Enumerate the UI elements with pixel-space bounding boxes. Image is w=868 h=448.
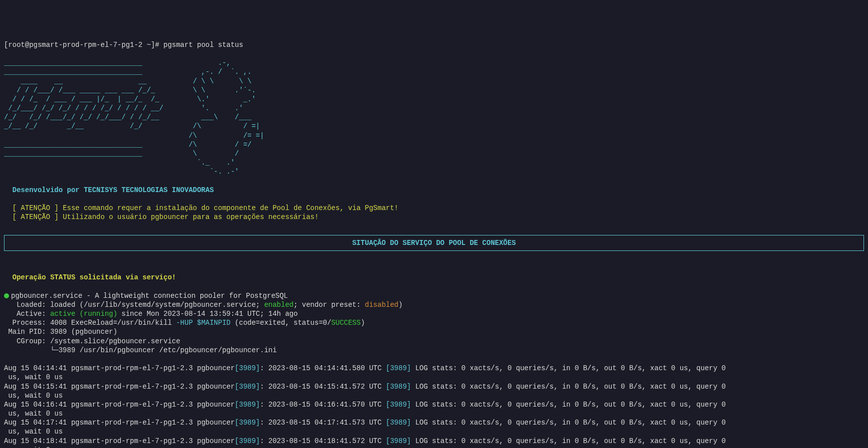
section-title-box: SITUAÇÃO DO SERVIÇO DO POOL DE CONEXÕES bbox=[4, 235, 864, 251]
process-hup: -HUP bbox=[176, 319, 197, 327]
status-requested-line: Operação STATUS solicitada via serviço! bbox=[12, 273, 176, 281]
process-mid: (code= bbox=[231, 319, 260, 327]
log-ts: Aug 15 04:16:41 bbox=[4, 401, 67, 409]
log-utc: : 2023-08-15 04:16:41.570 UTC bbox=[260, 401, 386, 409]
log-utc: : 2023-08-15 04:15:41.572 UTC bbox=[260, 383, 386, 391]
loaded-post: ) bbox=[399, 301, 403, 309]
service-status-block: Operação STATUS solicitada via serviço! … bbox=[4, 264, 864, 448]
active-label: active (running) bbox=[50, 310, 117, 318]
process-success: SUCCESS bbox=[331, 319, 361, 327]
log-ts: Aug 15 04:14:41 bbox=[4, 364, 67, 372]
process-mainpid-var: $MAINPID bbox=[197, 319, 230, 327]
log-pid-bracket-2: [3989] bbox=[386, 437, 411, 445]
log-pid-bracket: [3989] bbox=[235, 401, 260, 409]
log-lines-block: Aug 15 04:14:41 pgsmart-prod-rpm-el-7-pg… bbox=[4, 364, 864, 448]
log-utc: : 2023-08-15 04:14:41.580 UTC bbox=[260, 364, 386, 372]
log-pid-bracket: [3989] bbox=[235, 419, 260, 427]
log-pid-bracket-2: [3989] bbox=[386, 419, 411, 427]
main-pid-line: Main PID: 3989 (pgbouncer) bbox=[4, 328, 117, 336]
developer-credit: Desenvolvido por TECNISYS TECNOLOGIAS IN… bbox=[12, 186, 214, 194]
warn-msg-2: Utilizando o usuário pgbouncer para as o… bbox=[63, 213, 319, 221]
terminal-output: [root@pgsmart-prod-rpm-el-7-pg1-2 ~]# pg… bbox=[4, 40, 864, 222]
enabled-label: enabled bbox=[264, 301, 294, 309]
shell-prompt: [root@pgsmart-prod-rpm-el-7-pg1-2 ~]# bbox=[4, 41, 163, 49]
log-pid-bracket-2: [3989] bbox=[386, 401, 411, 409]
process-exited: exited bbox=[260, 319, 285, 327]
log-utc: : 2023-08-15 04:18:41.572 UTC bbox=[260, 437, 386, 445]
log-host: pgsmart-prod-rpm-el-7-pg1-2.3 pgbouncer bbox=[67, 419, 235, 427]
status-dot-icon bbox=[4, 293, 9, 298]
command-text: pgsmart pool status bbox=[163, 41, 243, 49]
cgroup-line-1: CGroup: /system.slice/pgbouncer.service bbox=[4, 337, 180, 345]
loaded-mid: ; vendor preset: bbox=[294, 301, 365, 309]
log-pid-bracket-2: [3989] bbox=[386, 383, 411, 391]
loaded-line-pre: Loaded: loaded (/usr/lib/systemd/system/… bbox=[4, 301, 264, 309]
process-post: ) bbox=[361, 319, 365, 327]
log-pid-bracket: [3989] bbox=[235, 364, 260, 372]
process-pre: Process: 4008 ExecReload=/usr/bin/kill bbox=[4, 319, 176, 327]
warn-tag-2: [ ATENÇÃO ] bbox=[12, 213, 63, 221]
log-utc: : 2023-08-15 04:17:41.573 UTC bbox=[260, 419, 386, 427]
log-ts: Aug 15 04:17:41 bbox=[4, 419, 67, 427]
log-pid-bracket-2: [3989] bbox=[386, 364, 411, 372]
warn-tag-1: [ ATENÇÃO ] bbox=[12, 204, 63, 212]
log-pid-bracket: [3989] bbox=[235, 383, 260, 391]
log-host: pgsmart-prod-rpm-el-7-pg1-2.3 pgbouncer bbox=[67, 437, 235, 445]
section-title: SITUAÇÃO DO SERVIÇO DO POOL DE CONEXÕES bbox=[352, 239, 516, 247]
warn-msg-1: Esse comando requer a instalação do comp… bbox=[63, 204, 399, 212]
log-host: pgsmart-prod-rpm-el-7-pg1-2.3 pgbouncer bbox=[67, 364, 235, 372]
active-pre: Active: bbox=[4, 310, 50, 318]
log-pid-bracket: [3989] bbox=[235, 437, 260, 445]
cgroup-line-2: └─3989 /usr/bin/pgbouncer /etc/pgbouncer… bbox=[4, 346, 277, 354]
disabled-label: disabled bbox=[365, 301, 399, 309]
ascii-banner: _________________________________ .-, __… bbox=[4, 59, 264, 176]
log-host: pgsmart-prod-rpm-el-7-pg1-2.3 pgbouncer bbox=[67, 401, 235, 409]
log-ts: Aug 15 04:15:41 bbox=[4, 383, 67, 391]
service-name: pgbouncer.service - A lightweight connec… bbox=[11, 292, 288, 300]
active-post: since Mon 2023-08-14 13:59:41 UTC; 14h a… bbox=[117, 310, 298, 318]
process-mid2: , status=0/ bbox=[285, 319, 331, 327]
log-ts: Aug 15 04:18:41 bbox=[4, 437, 67, 445]
log-host: pgsmart-prod-rpm-el-7-pg1-2.3 pgbouncer bbox=[67, 383, 235, 391]
